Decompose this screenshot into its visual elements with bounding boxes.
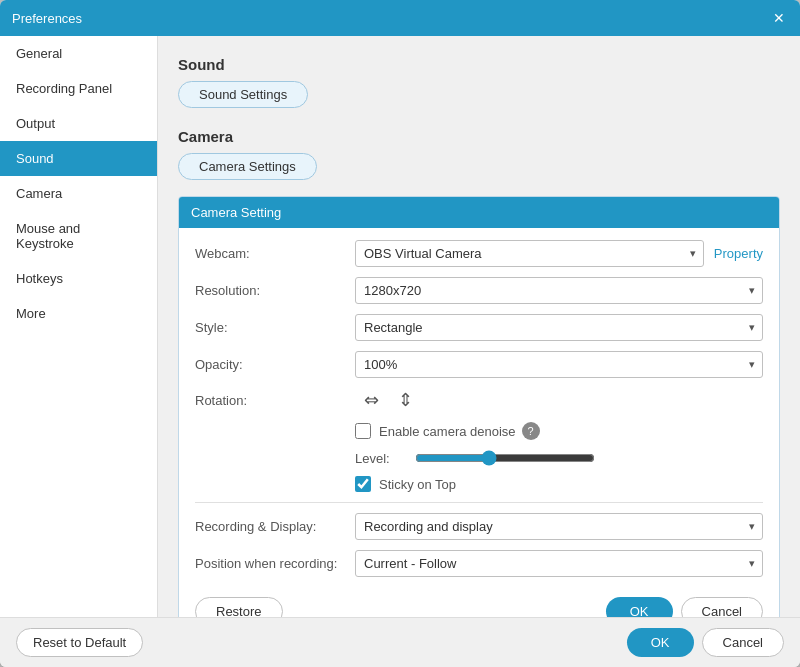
sidebar-item-general[interactable]: General [0,36,157,71]
window-title: Preferences [12,11,82,26]
sound-settings-button[interactable]: Sound Settings [178,81,308,108]
opacity-row: Opacity: 100% 90% 80% 70% ▾ [195,351,763,378]
footer-right-buttons: OK Cancel [627,628,784,657]
ok-main-button[interactable]: OK [627,628,694,657]
window-footer: Reset to Default OK Cancel [0,617,800,667]
recording-display-control: Recording and display Recording only Dis… [355,513,763,540]
opacity-label: Opacity: [195,357,355,372]
preferences-window: Preferences ✕ General Recording Panel Ou… [0,0,800,667]
rotation-control: ⇔ ⇕ [355,388,763,412]
sidebar-item-recording-panel[interactable]: Recording Panel [0,71,157,106]
rotation-icons: ⇔ ⇕ [359,388,417,412]
content-area: Sound Sound Settings Camera Camera Setti… [158,36,800,617]
main-layout: General Recording Panel Output Sound Cam… [0,36,800,617]
rotate-horizontal-icon[interactable]: ⇔ [359,388,383,412]
style-control: Rectangle Circle Square ▾ [355,314,763,341]
denoise-label: Enable camera denoise [379,424,516,439]
resolution-label: Resolution: [195,283,355,298]
property-link[interactable]: Property [714,246,763,261]
position-select-wrapper: Current - Follow Top Left Top Right Bott… [355,550,763,577]
sidebar-item-hotkeys[interactable]: Hotkeys [0,261,157,296]
position-control: Current - Follow Top Left Top Right Bott… [355,550,763,577]
position-label: Position when recording: [195,556,355,571]
webcam-label: Webcam: [195,246,355,261]
denoise-checkbox[interactable] [355,423,371,439]
opacity-select-wrapper: 100% 90% 80% 70% ▾ [355,351,763,378]
style-row: Style: Rectangle Circle Square ▾ [195,314,763,341]
style-select-wrapper: Rectangle Circle Square ▾ [355,314,763,341]
camera-section-title: Camera [178,128,780,145]
recording-display-row: Recording & Display: Recording and displ… [195,513,763,540]
sound-section-title: Sound [178,56,780,73]
recording-display-label: Recording & Display: [195,519,355,534]
camera-setting-body: Webcam: OBS Virtual Camera Default Camer… [179,228,779,617]
title-bar: Preferences ✕ [0,0,800,36]
style-label: Style: [195,320,355,335]
ok-inner-button[interactable]: OK [606,597,673,617]
position-row: Position when recording: Current - Follo… [195,550,763,577]
resolution-row: Resolution: 1280x720 1920x1080 640x480 3… [195,277,763,304]
restore-button[interactable]: Restore [195,597,283,617]
inner-right-buttons: OK Cancel [606,597,763,617]
resolution-control: 1280x720 1920x1080 640x480 320x240 ▾ [355,277,763,304]
position-select[interactable]: Current - Follow Top Left Top Right Bott… [355,550,763,577]
recording-display-select[interactable]: Recording and display Recording only Dis… [355,513,763,540]
reset-to-default-button[interactable]: Reset to Default [16,628,143,657]
webcam-select[interactable]: OBS Virtual Camera Default Camera No Cam… [355,240,704,267]
style-select[interactable]: Rectangle Circle Square [355,314,763,341]
sticky-checkbox[interactable] [355,476,371,492]
close-button[interactable]: ✕ [770,9,788,27]
sidebar-item-mouse-keystroke[interactable]: Mouse and Keystroke [0,211,157,261]
recording-display-select-wrapper: Recording and display Recording only Dis… [355,513,763,540]
level-row: Level: [355,450,763,466]
webcam-row: Webcam: OBS Virtual Camera Default Camer… [195,240,763,267]
resolution-select-wrapper: 1280x720 1920x1080 640x480 320x240 ▾ [355,277,763,304]
divider [195,502,763,503]
sticky-row: Sticky on Top [355,476,763,492]
level-label: Level: [355,451,415,466]
cancel-inner-button[interactable]: Cancel [681,597,763,617]
sidebar-item-output[interactable]: Output [0,106,157,141]
rotation-row: Rotation: ⇔ ⇕ [195,388,763,412]
sidebar-item-camera[interactable]: Camera [0,176,157,211]
camera-settings-button[interactable]: Camera Settings [178,153,317,180]
denoise-row: Enable camera denoise ? [195,422,763,440]
help-icon[interactable]: ? [522,422,540,440]
resolution-select[interactable]: 1280x720 1920x1080 640x480 320x240 [355,277,763,304]
webcam-select-wrapper: OBS Virtual Camera Default Camera No Cam… [355,240,704,267]
camera-setting-box: Camera Setting Webcam: OBS Virtual Camer… [178,196,780,617]
level-slider[interactable] [415,450,595,466]
cancel-main-button[interactable]: Cancel [702,628,784,657]
sidebar: General Recording Panel Output Sound Cam… [0,36,158,617]
opacity-select[interactable]: 100% 90% 80% 70% [355,351,763,378]
rotation-label: Rotation: [195,393,355,408]
sidebar-item-sound[interactable]: Sound [0,141,157,176]
sidebar-item-more[interactable]: More [0,296,157,331]
rotate-vertical-icon[interactable]: ⇕ [393,388,417,412]
opacity-control: 100% 90% 80% 70% ▾ [355,351,763,378]
webcam-control: OBS Virtual Camera Default Camera No Cam… [355,240,763,267]
sticky-label: Sticky on Top [379,477,456,492]
camera-setting-header: Camera Setting [179,197,779,228]
inner-footer-buttons: Restore OK Cancel [195,587,763,617]
